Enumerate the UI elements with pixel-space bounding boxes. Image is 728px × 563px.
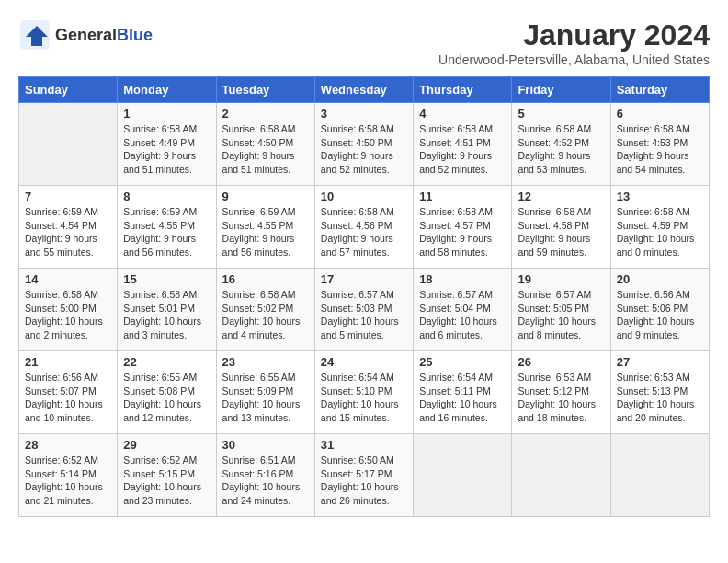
calendar-cell: 6Sunrise: 6:58 AM Sunset: 4:53 PM Daylig… [610,103,709,186]
day-number: 6 [617,107,703,121]
day-number: 18 [419,272,506,286]
calendar-cell [610,434,709,517]
calendar-table: SundayMondayTuesdayWednesdayThursdayFrid… [18,76,710,517]
day-number: 4 [419,107,506,121]
weekday-header: Thursday [414,77,512,103]
day-info: Sunrise: 6:58 AM Sunset: 4:57 PM Dayligh… [419,205,506,259]
weekday-header: Saturday [610,77,709,103]
calendar-cell: 24Sunrise: 6:54 AM Sunset: 5:10 PM Dayli… [314,351,413,434]
day-number: 7 [25,190,111,203]
day-info: Sunrise: 6:59 AM Sunset: 4:55 PM Dayligh… [123,205,210,259]
weekday-header: Wednesday [314,77,413,103]
weekday-row: SundayMondayTuesdayWednesdayThursdayFrid… [19,77,710,103]
day-number: 5 [518,107,604,121]
day-info: Sunrise: 6:58 AM Sunset: 5:00 PM Dayligh… [25,288,111,342]
title-area: January 2024 Underwood-Petersville, Alab… [438,18,710,67]
day-info: Sunrise: 6:58 AM Sunset: 4:50 PM Dayligh… [321,122,407,177]
day-number: 25 [419,355,506,369]
location: Underwood-Petersville, Alabama, United S… [438,52,710,67]
calendar-cell: 23Sunrise: 6:55 AM Sunset: 5:09 PM Dayli… [216,351,314,434]
day-info: Sunrise: 6:58 AM Sunset: 4:58 PM Dayligh… [518,205,604,259]
day-info: Sunrise: 6:56 AM Sunset: 5:07 PM Dayligh… [25,371,111,425]
day-info: Sunrise: 6:59 AM Sunset: 4:54 PM Dayligh… [25,205,111,259]
calendar-cell: 3Sunrise: 6:58 AM Sunset: 4:50 PM Daylig… [314,103,413,186]
day-number: 24 [321,355,407,369]
day-info: Sunrise: 6:52 AM Sunset: 5:14 PM Dayligh… [25,454,111,508]
calendar-cell: 1Sunrise: 6:58 AM Sunset: 4:49 PM Daylig… [118,103,216,186]
weekday-header: Tuesday [216,77,314,103]
day-number: 2 [222,107,309,121]
weekday-header: Sunday [19,77,118,103]
calendar-cell: 27Sunrise: 6:53 AM Sunset: 5:13 PM Dayli… [610,351,709,434]
day-number: 14 [25,272,111,286]
calendar-cell: 8Sunrise: 6:59 AM Sunset: 4:55 PM Daylig… [118,186,216,269]
day-info: Sunrise: 6:58 AM Sunset: 5:01 PM Dayligh… [123,288,210,342]
calendar-week-row: 28Sunrise: 6:52 AM Sunset: 5:14 PM Dayli… [19,434,710,517]
calendar-cell: 10Sunrise: 6:58 AM Sunset: 4:56 PM Dayli… [314,186,413,269]
calendar-cell [19,103,118,186]
page-header: General Blue January 2024 Underwood-Pete… [18,18,710,67]
calendar-cell: 20Sunrise: 6:56 AM Sunset: 5:06 PM Dayli… [610,269,709,351]
day-number: 9 [222,190,309,203]
calendar-cell [414,434,512,517]
day-number: 17 [321,272,407,286]
day-number: 19 [518,272,604,286]
day-number: 10 [321,190,407,203]
weekday-header: Monday [118,77,216,103]
day-number: 30 [222,438,309,452]
day-info: Sunrise: 6:58 AM Sunset: 4:53 PM Dayligh… [617,122,703,177]
calendar-cell: 17Sunrise: 6:57 AM Sunset: 5:03 PM Dayli… [314,269,413,351]
day-info: Sunrise: 6:52 AM Sunset: 5:15 PM Dayligh… [123,454,210,508]
day-number: 16 [222,272,309,286]
calendar-cell: 14Sunrise: 6:58 AM Sunset: 5:00 PM Dayli… [19,269,118,351]
weekday-header: Friday [512,77,610,103]
day-number: 29 [123,438,210,452]
day-number: 3 [321,107,407,121]
day-number: 22 [123,355,210,369]
calendar-week-row: 7Sunrise: 6:59 AM Sunset: 4:54 PM Daylig… [19,186,710,269]
calendar-week-row: 21Sunrise: 6:56 AM Sunset: 5:07 PM Dayli… [19,351,710,434]
calendar-cell: 26Sunrise: 6:53 AM Sunset: 5:12 PM Dayli… [512,351,610,434]
day-number: 28 [25,438,111,452]
day-number: 12 [518,190,604,203]
calendar-cell: 4Sunrise: 6:58 AM Sunset: 4:51 PM Daylig… [414,103,512,186]
calendar-body: 1Sunrise: 6:58 AM Sunset: 4:49 PM Daylig… [19,103,710,517]
day-number: 23 [222,355,309,369]
day-info: Sunrise: 6:58 AM Sunset: 4:51 PM Dayligh… [419,122,506,177]
calendar-cell: 5Sunrise: 6:58 AM Sunset: 4:52 PM Daylig… [512,103,610,186]
calendar-cell [512,434,610,517]
day-number: 8 [123,190,210,203]
day-number: 21 [25,355,111,369]
calendar-week-row: 14Sunrise: 6:58 AM Sunset: 5:00 PM Dayli… [19,269,710,351]
calendar-cell: 29Sunrise: 6:52 AM Sunset: 5:15 PM Dayli… [118,434,216,517]
day-info: Sunrise: 6:58 AM Sunset: 4:52 PM Dayligh… [518,122,604,177]
day-info: Sunrise: 6:58 AM Sunset: 4:59 PM Dayligh… [617,205,703,259]
calendar-week-row: 1Sunrise: 6:58 AM Sunset: 4:49 PM Daylig… [19,103,710,186]
calendar-cell: 18Sunrise: 6:57 AM Sunset: 5:04 PM Dayli… [414,269,512,351]
day-number: 20 [617,272,703,286]
logo: General Blue [18,18,153,52]
day-info: Sunrise: 6:58 AM Sunset: 5:02 PM Dayligh… [222,288,309,342]
calendar-cell: 16Sunrise: 6:58 AM Sunset: 5:02 PM Dayli… [216,269,314,351]
day-info: Sunrise: 6:53 AM Sunset: 5:13 PM Dayligh… [617,371,703,425]
day-number: 27 [617,355,703,369]
day-info: Sunrise: 6:57 AM Sunset: 5:04 PM Dayligh… [419,288,506,342]
logo-blue: Blue [117,26,153,45]
calendar-cell: 22Sunrise: 6:55 AM Sunset: 5:08 PM Dayli… [118,351,216,434]
calendar-cell: 28Sunrise: 6:52 AM Sunset: 5:14 PM Dayli… [19,434,118,517]
day-number: 11 [419,190,506,203]
calendar-cell: 21Sunrise: 6:56 AM Sunset: 5:07 PM Dayli… [19,351,118,434]
day-number: 1 [123,107,210,121]
day-info: Sunrise: 6:57 AM Sunset: 5:05 PM Dayligh… [518,288,604,342]
day-info: Sunrise: 6:55 AM Sunset: 5:09 PM Dayligh… [222,371,309,425]
day-number: 26 [518,355,604,369]
calendar-cell: 15Sunrise: 6:58 AM Sunset: 5:01 PM Dayli… [118,269,216,351]
day-info: Sunrise: 6:50 AM Sunset: 5:17 PM Dayligh… [321,454,407,508]
day-info: Sunrise: 6:58 AM Sunset: 4:56 PM Dayligh… [321,205,407,259]
day-info: Sunrise: 6:56 AM Sunset: 5:06 PM Dayligh… [617,288,703,342]
calendar-header: SundayMondayTuesdayWednesdayThursdayFrid… [19,77,710,103]
day-info: Sunrise: 6:55 AM Sunset: 5:08 PM Dayligh… [123,371,210,425]
day-info: Sunrise: 6:54 AM Sunset: 5:11 PM Dayligh… [419,371,506,425]
calendar-cell: 25Sunrise: 6:54 AM Sunset: 5:11 PM Dayli… [414,351,512,434]
day-info: Sunrise: 6:58 AM Sunset: 4:50 PM Dayligh… [222,122,309,177]
